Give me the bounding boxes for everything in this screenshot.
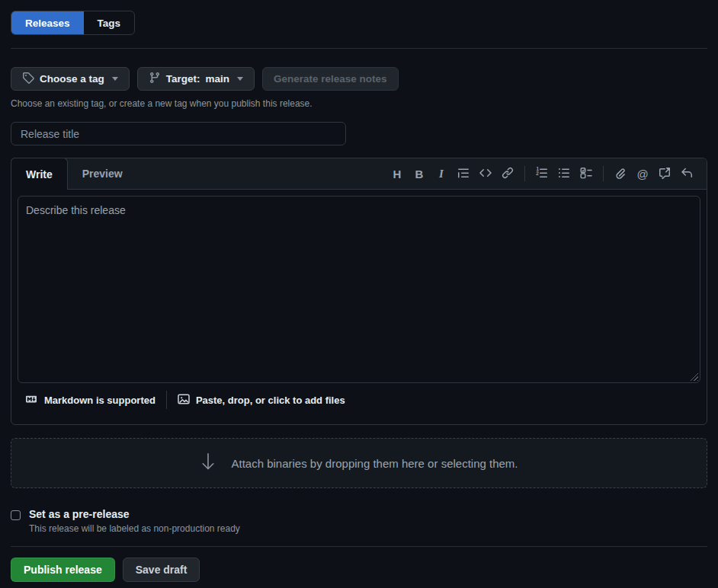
editor-body: Markdown is supported Paste, drop, or cl… (11, 190, 707, 424)
bold-icon: B (415, 168, 424, 181)
markdown-toolbar: H B I 12 (386, 158, 707, 189)
arrow-down-icon (200, 452, 216, 475)
release-title-input[interactable] (11, 122, 346, 145)
prerelease-label[interactable]: Set as a pre-release (29, 508, 240, 520)
bottom-divider (11, 546, 707, 547)
attach-binaries-dropzone[interactable]: Attach binaries by dropping them here or… (11, 438, 707, 488)
mention-icon: @ (636, 168, 648, 181)
prerelease-description: This release will be labeled as non-prod… (29, 523, 240, 534)
tasklist-icon (580, 167, 592, 181)
paste-drop-label: Paste, drop, or click to add files (196, 395, 345, 406)
prerelease-checkbox[interactable] (11, 510, 21, 520)
markdown-supported-label: Markdown is supported (44, 395, 155, 406)
link-button[interactable] (497, 164, 518, 184)
italic-button[interactable]: I (431, 164, 452, 184)
prerelease-section: Set as a pre-release This release will b… (11, 508, 707, 534)
heading-icon: H (393, 168, 402, 181)
ordered-list-icon: 12 (536, 167, 548, 181)
unordered-list-button[interactable] (553, 164, 575, 184)
mention-button[interactable]: @ (632, 164, 653, 184)
svg-text:2: 2 (536, 171, 539, 176)
cross-reference-button[interactable] (654, 164, 675, 184)
attach-file-button[interactable] (610, 164, 631, 184)
release-description-editor: Write Preview H B I 12 (11, 158, 707, 425)
release-description-textarea[interactable] (18, 196, 700, 383)
target-branch-dropdown[interactable]: Target: main (137, 67, 255, 91)
image-icon (178, 393, 190, 407)
link-icon (502, 167, 514, 181)
tab-write[interactable]: Write (11, 158, 68, 190)
publish-release-button[interactable]: Publish release (11, 558, 115, 582)
code-icon (479, 167, 492, 181)
chevron-down-icon (112, 77, 118, 81)
tag-icon (22, 72, 34, 86)
toolbar-divider (603, 166, 604, 181)
bold-button[interactable]: B (409, 164, 430, 184)
paste-drop-add-files-button[interactable]: Paste, drop, or click to add files (178, 393, 345, 407)
tasklist-button[interactable] (575, 164, 597, 184)
target-label: Target: (166, 73, 200, 85)
releases-tags-segmented-control: Releases Tags (11, 11, 135, 35)
tag-helper-text: Choose an existing tag, or create a new … (11, 98, 707, 109)
editor-footer: Markdown is supported Paste, drop, or cl… (18, 383, 700, 418)
choose-tag-dropdown[interactable]: Choose a tag (11, 67, 130, 91)
cross-reference-icon (659, 167, 671, 181)
tab-preview[interactable]: Preview (68, 158, 137, 189)
action-buttons-row: Publish release Save draft (11, 558, 707, 582)
quote-button[interactable] (453, 164, 474, 184)
tab-tags[interactable]: Tags (84, 11, 135, 34)
paperclip-icon (614, 167, 627, 181)
dropzone-text: Attach binaries by dropping them here or… (231, 457, 518, 470)
save-draft-button[interactable]: Save draft (123, 558, 200, 582)
markdown-icon (24, 394, 38, 407)
generate-release-notes-button: Generate release notes (262, 67, 399, 91)
chevron-down-icon (237, 77, 243, 81)
tab-releases[interactable]: Releases (11, 11, 84, 34)
unordered-list-icon (558, 167, 570, 181)
choose-tag-label: Choose a tag (40, 73, 104, 85)
git-branch-icon (149, 72, 161, 86)
markdown-supported-link[interactable]: Markdown is supported (24, 394, 155, 407)
quote-icon (457, 167, 470, 181)
top-divider (11, 48, 707, 49)
toolbar-divider (524, 166, 525, 181)
target-branch-value: main (206, 73, 230, 85)
footer-divider (166, 391, 167, 409)
code-button[interactable] (475, 164, 496, 184)
editor-tab-bar: Write Preview H B I 12 (11, 158, 707, 190)
italic-icon: I (439, 168, 444, 181)
saved-replies-button[interactable] (676, 164, 697, 184)
reply-icon (681, 167, 693, 181)
heading-button[interactable]: H (386, 164, 408, 184)
ordered-list-button[interactable]: 12 (531, 164, 553, 184)
tag-controls-row: Choose a tag Target: main Generate relea… (11, 67, 707, 91)
